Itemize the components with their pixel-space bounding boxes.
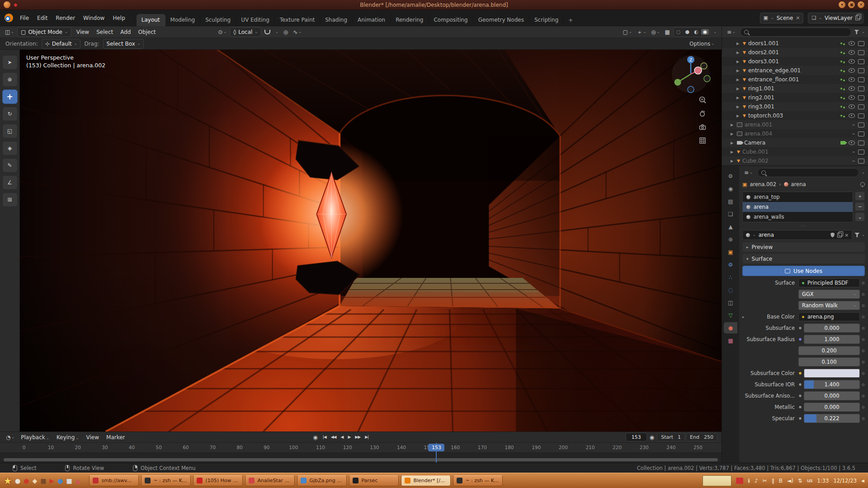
slot-specials-button[interactable]: ⌄: [855, 212, 865, 221]
properties-tab-object-data[interactable]: ▽: [724, 310, 737, 321]
properties-tab-particles[interactable]: ∴: [724, 272, 737, 283]
subsurface-color-swatch[interactable]: [804, 369, 860, 378]
shading-wireframe-button[interactable]: ◌: [675, 29, 683, 35]
exclude-icon[interactable]: –: [852, 131, 855, 137]
prev-keyframe-button[interactable]: ◀◀: [329, 435, 339, 439]
expand-icon[interactable]: ▶: [731, 150, 735, 154]
menu-edit[interactable]: Edit: [33, 14, 52, 23]
window-maximize-button[interactable]: ▣: [848, 1, 855, 8]
shading-solid-button[interactable]: ●: [683, 29, 691, 35]
xray-toggle[interactable]: ▩: [663, 28, 672, 37]
random-walk-dropdown[interactable]: Random Walk⌄: [798, 301, 860, 310]
expand-icon[interactable]: ▶: [736, 60, 741, 64]
properties-tab-physics[interactable]: ◌: [724, 284, 737, 296]
properties-tab-render[interactable]: ◉: [724, 183, 737, 194]
outliner-item[interactable]: ▶▼doors3.001: [722, 57, 868, 66]
expand-icon[interactable]: ▶: [736, 87, 741, 91]
jump-to-start-button[interactable]: |◀: [321, 435, 329, 439]
ggx-dropdown[interactable]: GGX⌄: [798, 290, 860, 299]
value-number[interactable]: 0.100: [798, 357, 860, 366]
auto-key-toggle[interactable]: ◉: [648, 433, 656, 442]
pan-hand-icon[interactable]: [698, 109, 707, 117]
timeline-track[interactable]: [0, 453, 722, 463]
properties-tab-output[interactable]: ▤: [724, 196, 737, 207]
properties-tab-material[interactable]: ●: [724, 322, 737, 333]
current-frame-field[interactable]: 153: [626, 433, 647, 441]
breadcrumb-material[interactable]: arena: [791, 181, 806, 188]
camera-view-icon[interactable]: [698, 123, 707, 131]
tool-tweak-select[interactable]: ➤: [2, 55, 18, 70]
proportional-toggle[interactable]: ◎: [282, 28, 290, 37]
expand-icon[interactable]: ▶: [736, 114, 741, 118]
hide-in-viewport-icon[interactable]: [849, 68, 855, 73]
prev-frame-button[interactable]: ◀: [339, 435, 346, 439]
outliner-item[interactable]: ▶▼doors1.001: [722, 39, 868, 48]
timeline-ruler[interactable]: 0102030405060708090100110120130140150160…: [0, 443, 722, 453]
orientation-dropdown[interactable]: ◊ Local ⌄: [230, 27, 261, 37]
viewport-menu-view[interactable]: View: [73, 28, 93, 36]
outliner-item[interactable]: ▶▼Cube.002–: [722, 156, 868, 165]
expand-icon[interactable]: ▶: [736, 42, 741, 46]
frame-start-field[interactable]: Start 1: [657, 433, 685, 441]
subsurface-radius-number[interactable]: 1.000: [804, 335, 860, 344]
properties-tab-modifiers[interactable]: ⚙: [724, 259, 737, 270]
menu-render[interactable]: Render: [52, 14, 79, 23]
timeline-scrollbar[interactable]: [4, 458, 718, 461]
disable-in-render-icon[interactable]: [858, 95, 864, 100]
expand-icon[interactable]: ▶: [731, 123, 735, 127]
fake-user-icon[interactable]: [830, 233, 835, 238]
launcher-2-icon[interactable]: ●: [24, 478, 29, 484]
material-slot[interactable]: arena_top: [743, 192, 853, 202]
window-menu-button[interactable]: ▾: [839, 1, 845, 8]
outliner-item[interactable]: ▶▼ring3.001: [722, 102, 868, 111]
gizmo-neg-axis[interactable]: [701, 63, 707, 69]
launcher-8-icon[interactable]: ▲: [75, 478, 80, 484]
toggle-grid-icon[interactable]: [698, 136, 707, 145]
material-filter-icon[interactable]: [854, 233, 859, 237]
launcher-4-icon[interactable]: ■: [40, 478, 46, 484]
network-icon[interactable]: ⇅: [798, 478, 802, 483]
tool-scale[interactable]: ◱: [2, 124, 18, 138]
tool-annotate[interactable]: ✎: [2, 158, 18, 173]
gizmo-y-axis[interactable]: [675, 79, 681, 86]
view-layer-selector[interactable]: ❏ ⌄ ViewLayer: [808, 13, 863, 23]
snap-dropdown[interactable]: ⌄: [274, 28, 280, 37]
specular-slider[interactable]: 0.222: [804, 414, 860, 423]
base-color-selector[interactable]: arena.png: [798, 312, 860, 321]
outliner-item[interactable]: ▶▼entrance_edge.001: [722, 66, 868, 75]
play-button[interactable]: ▶: [345, 435, 353, 439]
bluetooth-icon[interactable]: B: [779, 478, 783, 483]
timeline-editor-button[interactable]: ◔⌄: [4, 433, 16, 442]
subsurface-ior-slider[interactable]: 1.400: [804, 380, 860, 389]
properties-tab-view-layer[interactable]: ❏: [724, 208, 737, 220]
outliner-item[interactable]: ▶▼entrance_floor.001: [722, 75, 868, 84]
disable-viewport-icon[interactable]: [858, 150, 864, 155]
app-icon[interactable]: [4, 1, 10, 8]
tab-shading[interactable]: Shading: [320, 14, 353, 26]
navigation-gizmo[interactable]: Z: [670, 52, 712, 94]
hide-in-viewport-icon[interactable]: [849, 77, 855, 82]
tray-badge-icon[interactable]: [736, 478, 743, 484]
outliner-editor-button[interactable]: ≡⌄: [725, 28, 737, 37]
outliner-item[interactable]: ▶▼doors2.001: [722, 48, 868, 57]
tab-layout[interactable]: Layout: [137, 14, 165, 26]
add-slot-button[interactable]: ＋: [855, 192, 865, 201]
window-close-button[interactable]: ✕: [858, 1, 864, 8]
taskbar-window-smb-awv[interactable]: smb://awv...: [89, 475, 139, 486]
options-dropdown[interactable]: Options ⌄: [688, 39, 716, 48]
disable-in-render-icon[interactable]: [858, 77, 864, 82]
outliner-item[interactable]: ▶▼ring1.001: [722, 84, 868, 93]
tool-transform[interactable]: ◈: [2, 141, 18, 155]
unlink-scene-icon[interactable]: ×: [796, 15, 800, 21]
disable-in-render-icon[interactable]: [858, 141, 864, 145]
new-view-layer-icon[interactable]: [855, 15, 860, 20]
breadcrumb-object[interactable]: arena.002: [750, 181, 776, 188]
properties-tab-world[interactable]: ⊛: [724, 234, 737, 245]
tab-rendering[interactable]: Rendering: [391, 14, 429, 26]
info-icon[interactable]: ℹ: [748, 478, 750, 483]
taskbar-window-analiestar[interactable]: AnalieStar ...: [245, 475, 295, 486]
tab-compositing[interactable]: Compositing: [429, 14, 473, 26]
cut-icon[interactable]: ✂: [763, 478, 767, 483]
properties-tab-scene[interactable]: ▲: [724, 221, 737, 232]
preview-section-header[interactable]: ▸ Preview: [742, 242, 865, 252]
